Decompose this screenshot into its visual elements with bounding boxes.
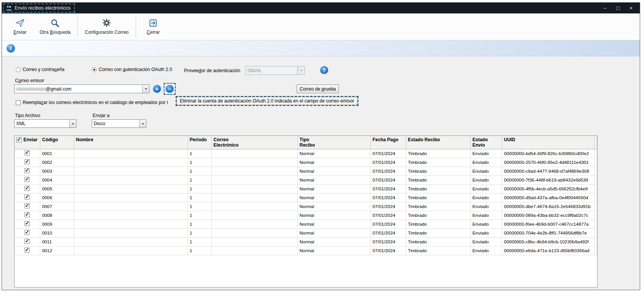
enviar-a-select[interactable]: Disco xyxy=(92,119,146,128)
row-select-checkbox[interactable] xyxy=(25,212,30,217)
chevron-down-icon[interactable] xyxy=(142,85,149,93)
cell-uuid: 00000000-bd54-40f9-826c-b30860cd00e2 xyxy=(502,149,594,158)
cell-uuid: 00000000-f0ee-4b9d-b007-c467cc14877a xyxy=(502,220,594,229)
cell-filler xyxy=(594,220,597,229)
row-select-checkbox[interactable] xyxy=(25,195,30,200)
column-header-uuid[interactable]: UUID xyxy=(502,136,594,149)
cell-codigo: 0010 xyxy=(40,229,74,238)
column-header-correo_electronico[interactable]: Correo Electrónico xyxy=(211,136,297,149)
cell-periodo: 1 xyxy=(188,176,211,185)
otra-busqueda-button[interactable]: Otra Búsqueda xyxy=(35,15,75,39)
otra-busqueda-label: Otra Búsqueda xyxy=(40,30,71,35)
remove-account-button[interactable]: − xyxy=(166,85,174,93)
cell-tipo_recibo: Normal xyxy=(297,158,370,167)
row-select-checkbox[interactable] xyxy=(25,168,30,173)
tooltip: Eliminar la cuenta de autenticación OAut… xyxy=(176,97,358,105)
minimize-button[interactable]: − xyxy=(598,3,611,13)
grid-panel: EnviarCódigoNombrePeriodoCorreo Electrón… xyxy=(14,135,598,287)
test-email-button[interactable]: Correo de prueba xyxy=(297,84,339,93)
cell-fecha_pago: 07/01/2024 xyxy=(370,246,406,255)
cell-correo_electronico xyxy=(211,167,297,176)
cell-correo_electronico xyxy=(211,202,297,211)
cell-codigo: 0008 xyxy=(40,211,74,220)
radio-correo-contrasena[interactable]: Correo y contraseña xyxy=(16,67,65,72)
info-icon[interactable]: i xyxy=(7,44,15,53)
cell-fecha_pago: 07/01/2024 xyxy=(370,238,406,246)
gear-icon xyxy=(101,18,112,28)
cell-codigo: 0007 xyxy=(40,202,74,211)
radio-correo-contrasena-label: Correo y contraseña xyxy=(23,67,65,72)
tipo-archivo-select[interactable]: XML xyxy=(14,119,76,128)
cell-tipo_recibo: Normal xyxy=(297,238,370,246)
cell-codigo: 0011 xyxy=(40,238,74,246)
configuracion-correo-button[interactable]: Configuración Correo xyxy=(80,15,133,39)
cell-enviar xyxy=(15,176,40,185)
row-select-checkbox[interactable] xyxy=(25,150,30,155)
enviar-a-value: Disco xyxy=(92,121,139,126)
row-select-checkbox[interactable] xyxy=(25,203,30,208)
column-header-fecha_pago[interactable]: Fecha Pago xyxy=(370,136,406,149)
table-row[interactable]: 00021Normal07/01/2024TimbradoEnviado0000… xyxy=(15,158,597,167)
cell-correo_electronico xyxy=(211,246,297,255)
close-button[interactable]: × xyxy=(624,3,637,13)
cell-codigo: 0012 xyxy=(40,246,74,255)
cell-fecha_pago: 07/01/2024 xyxy=(370,202,406,211)
row-select-checkbox[interactable] xyxy=(25,239,30,244)
row-select-checkbox[interactable] xyxy=(25,248,30,253)
table-row[interactable]: 00071Normal07/01/2024TimbradoEnviado0000… xyxy=(15,202,597,211)
help-icon[interactable]: ? xyxy=(320,66,328,74)
table-row[interactable]: 00041Normal07/01/2024TimbradoEnviado0000… xyxy=(15,176,597,185)
cell-codigo: 0006 xyxy=(40,193,74,202)
row-select-checkbox[interactable] xyxy=(25,221,30,226)
table-row[interactable]: 00011Normal07/01/2024TimbradoEnviado0000… xyxy=(15,149,597,158)
row-select-checkbox[interactable] xyxy=(25,159,30,164)
row-select-checkbox[interactable] xyxy=(25,186,30,191)
chevron-down-icon[interactable] xyxy=(139,120,146,127)
cell-nombre xyxy=(74,220,188,229)
window-title: Envío recibos electrónicos xyxy=(15,5,71,11)
maximize-button[interactable]: □ xyxy=(611,3,624,13)
replace-emails-checkbox[interactable]: Reemplazar los correos electrónicos en e… xyxy=(16,100,168,105)
cerrar-button[interactable]: Cerrar xyxy=(138,15,168,39)
cell-nombre xyxy=(74,167,188,176)
cell-uuid: 00000000-dbe7-4674-8a15-2e546833d91b xyxy=(502,202,594,211)
select-all-checkbox[interactable] xyxy=(17,137,22,142)
sender-email-combobox[interactable]: xxxxxxxxxxxxxx@gmail.com xyxy=(14,84,149,93)
cell-tipo_recibo: Normal xyxy=(297,202,370,211)
chevron-down-icon[interactable] xyxy=(69,120,76,127)
table-row[interactable]: 00101Normal07/01/2024TimbradoEnviado0000… xyxy=(15,229,597,238)
cell-uuid: 00000000-7f36-448f-b619-ab8432e9d539 xyxy=(502,176,594,185)
enviar-button[interactable]: Enviar xyxy=(5,15,35,39)
table-row[interactable]: 00031Normal07/01/2024TimbradoEnviado0000… xyxy=(15,167,597,176)
column-header-codigo[interactable]: Código xyxy=(40,136,74,149)
add-account-button[interactable]: + xyxy=(153,85,161,93)
table-row[interactable]: 00051Normal07/01/2024TimbradoEnviado0000… xyxy=(15,185,597,193)
column-header-nombre[interactable]: Nombre xyxy=(74,136,188,149)
table-row[interactable]: 00091Normal07/01/2024TimbradoEnviado0000… xyxy=(15,220,597,229)
cell-tipo_recibo: Normal xyxy=(297,229,370,238)
title-annotation-box: Envío recibos electrónicos xyxy=(3,3,75,13)
cell-periodo: 1 xyxy=(188,220,211,229)
column-header-tipo_recibo[interactable]: Tipo Recibo xyxy=(297,136,370,149)
table-row[interactable]: 00061Normal07/01/2024TimbradoEnviado0000… xyxy=(15,193,597,202)
cell-fecha_pago: 07/01/2024 xyxy=(370,229,406,238)
cell-tipo_recibo: Normal xyxy=(297,246,370,255)
column-header-enviar[interactable]: Enviar xyxy=(15,136,40,149)
column-header-estado_recibo[interactable]: Estado Recibo xyxy=(406,136,470,149)
cell-codigo: 0005 xyxy=(40,185,74,193)
radio-oauth[interactable]: Correo con autenticación OAuth 2.0 xyxy=(92,67,172,72)
info-bar: i xyxy=(2,40,640,56)
provider-select[interactable]: GMAIL xyxy=(246,66,305,75)
tipo-archivo-label: Tipo Archivo xyxy=(15,113,40,118)
remove-account-annotation-box: − xyxy=(164,83,176,95)
cell-enviar xyxy=(15,211,40,220)
table-row[interactable]: 00111Normal07/01/2024TimbradoEnviado0000… xyxy=(15,238,597,246)
table-row[interactable]: 00081Normal07/01/2024TimbradoEnviado0000… xyxy=(15,211,597,220)
cell-filler xyxy=(594,193,597,202)
row-select-checkbox[interactable] xyxy=(25,177,30,182)
row-select-checkbox[interactable] xyxy=(25,230,30,235)
column-header-estado_envio[interactable]: Estado Envío xyxy=(470,136,502,149)
table-row[interactable]: 00121Normal07/01/2024TimbradoEnviado0000… xyxy=(15,246,597,255)
column-header-periodo[interactable]: Periodo xyxy=(188,136,211,149)
cell-nombre xyxy=(74,193,188,202)
